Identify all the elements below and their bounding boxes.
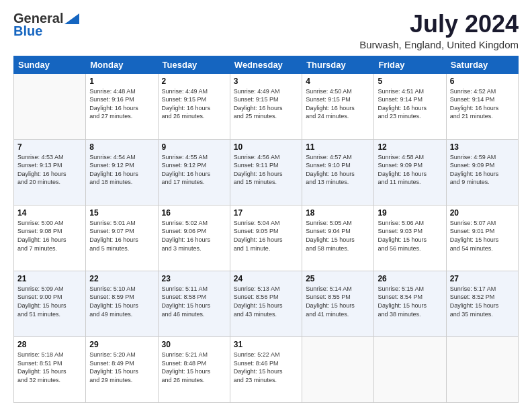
calendar-cell: 28Sunrise: 5:18 AM Sunset: 8:51 PM Dayli…: [14, 336, 86, 402]
week-row-1: 7Sunrise: 4:53 AM Sunset: 9:13 PM Daylig…: [14, 139, 519, 205]
day-header-saturday: Saturday: [446, 56, 518, 73]
day-number: 24: [234, 274, 298, 283]
title-block: July 2024 Burwash, England, United Kingd…: [359, 11, 519, 50]
day-info: Sunrise: 5:09 AM Sunset: 9:00 PM Dayligh…: [17, 285, 82, 318]
calendar-cell: [446, 336, 518, 402]
day-number: 19: [378, 208, 442, 218]
day-number: 16: [162, 208, 226, 218]
day-number: 25: [306, 274, 370, 283]
day-info: Sunrise: 5:17 AM Sunset: 8:52 PM Dayligh…: [450, 285, 515, 318]
day-header-tuesday: Tuesday: [158, 56, 230, 73]
svg-marker-0: [64, 13, 79, 24]
day-number: 30: [162, 340, 226, 349]
day-info: Sunrise: 5:07 AM Sunset: 9:01 PM Dayligh…: [450, 219, 515, 253]
calendar-cell: 20Sunrise: 5:07 AM Sunset: 9:01 PM Dayli…: [446, 205, 518, 271]
day-number: 17: [234, 208, 298, 218]
day-number: 11: [306, 142, 370, 152]
day-info: Sunrise: 4:49 AM Sunset: 9:15 PM Dayligh…: [234, 87, 298, 121]
week-row-0: 1Sunrise: 4:48 AM Sunset: 9:16 PM Daylig…: [14, 73, 519, 139]
calendar-cell: 4Sunrise: 4:50 AM Sunset: 9:15 PM Daylig…: [302, 73, 374, 139]
calendar-cell: 12Sunrise: 4:58 AM Sunset: 9:09 PM Dayli…: [374, 139, 446, 205]
day-info: Sunrise: 5:00 AM Sunset: 9:08 PM Dayligh…: [17, 219, 82, 253]
calendar-cell: 11Sunrise: 4:57 AM Sunset: 9:10 PM Dayli…: [302, 139, 374, 205]
logo-icon: [64, 13, 79, 24]
calendar-cell: 26Sunrise: 5:15 AM Sunset: 8:54 PM Dayli…: [374, 271, 446, 336]
day-info: Sunrise: 5:22 AM Sunset: 8:46 PM Dayligh…: [234, 351, 298, 384]
calendar-cell: 14Sunrise: 5:00 AM Sunset: 9:08 PM Dayli…: [14, 205, 86, 271]
week-row-4: 28Sunrise: 5:18 AM Sunset: 8:51 PM Dayli…: [14, 336, 519, 402]
day-info: Sunrise: 4:49 AM Sunset: 9:15 PM Dayligh…: [162, 87, 226, 121]
calendar-cell: 3Sunrise: 4:49 AM Sunset: 9:15 PM Daylig…: [230, 73, 302, 139]
calendar-cell: 5Sunrise: 4:51 AM Sunset: 9:14 PM Daylig…: [374, 73, 446, 139]
location: Burwash, England, United Kingdom: [359, 39, 519, 50]
day-number: 2: [162, 77, 226, 86]
logo-blue: Blue: [13, 24, 42, 39]
day-number: 15: [89, 208, 154, 218]
day-info: Sunrise: 4:56 AM Sunset: 9:11 PM Dayligh…: [234, 153, 298, 187]
day-info: Sunrise: 4:50 AM Sunset: 9:15 PM Dayligh…: [306, 87, 370, 121]
calendar-cell: [374, 336, 446, 402]
day-number: 18: [306, 208, 370, 218]
day-number: 5: [378, 77, 442, 86]
day-info: Sunrise: 5:15 AM Sunset: 8:54 PM Dayligh…: [378, 285, 442, 318]
day-info: Sunrise: 5:01 AM Sunset: 9:07 PM Dayligh…: [89, 219, 154, 253]
calendar-cell: 15Sunrise: 5:01 AM Sunset: 9:07 PM Dayli…: [86, 205, 158, 271]
day-info: Sunrise: 4:54 AM Sunset: 9:12 PM Dayligh…: [89, 153, 154, 187]
calendar-cell: 2Sunrise: 4:49 AM Sunset: 9:15 PM Daylig…: [158, 73, 230, 139]
day-number: 23: [162, 274, 226, 283]
calendar-cell: 29Sunrise: 5:20 AM Sunset: 8:49 PM Dayli…: [86, 336, 158, 402]
week-row-3: 21Sunrise: 5:09 AM Sunset: 9:00 PM Dayli…: [14, 271, 519, 336]
day-info: Sunrise: 5:02 AM Sunset: 9:06 PM Dayligh…: [162, 219, 226, 253]
day-info: Sunrise: 4:58 AM Sunset: 9:09 PM Dayligh…: [378, 153, 442, 187]
day-number: 12: [378, 142, 442, 152]
day-number: 22: [89, 274, 154, 283]
day-number: 4: [306, 77, 370, 86]
day-info: Sunrise: 5:18 AM Sunset: 8:51 PM Dayligh…: [17, 351, 82, 384]
day-number: 31: [234, 340, 298, 349]
day-number: 1: [89, 77, 154, 86]
day-info: Sunrise: 4:51 AM Sunset: 9:14 PM Dayligh…: [378, 87, 442, 121]
day-header-wednesday: Wednesday: [230, 56, 302, 73]
day-number: 7: [17, 142, 82, 152]
days-header-row: SundayMondayTuesdayWednesdayThursdayFrid…: [14, 56, 519, 73]
calendar-table: SundayMondayTuesdayWednesdayThursdayFrid…: [13, 56, 519, 403]
calendar-cell: 8Sunrise: 4:54 AM Sunset: 9:12 PM Daylig…: [86, 139, 158, 205]
calendar-cell: 27Sunrise: 5:17 AM Sunset: 8:52 PM Dayli…: [446, 271, 518, 336]
calendar-cell: 24Sunrise: 5:13 AM Sunset: 8:56 PM Dayli…: [230, 271, 302, 336]
day-number: 20: [450, 208, 515, 218]
calendar-cell: 25Sunrise: 5:14 AM Sunset: 8:55 PM Dayli…: [302, 271, 374, 336]
day-number: 9: [162, 142, 226, 152]
calendar-cell: 22Sunrise: 5:10 AM Sunset: 8:59 PM Dayli…: [86, 271, 158, 336]
calendar-cell: [302, 336, 374, 402]
day-number: 21: [17, 274, 82, 283]
day-header-monday: Monday: [86, 56, 158, 73]
day-info: Sunrise: 4:59 AM Sunset: 9:09 PM Dayligh…: [450, 153, 515, 187]
day-info: Sunrise: 5:21 AM Sunset: 8:48 PM Dayligh…: [162, 351, 226, 384]
day-info: Sunrise: 5:14 AM Sunset: 8:55 PM Dayligh…: [306, 285, 370, 318]
calendar-cell: 6Sunrise: 4:52 AM Sunset: 9:14 PM Daylig…: [446, 73, 518, 139]
calendar-cell: 9Sunrise: 4:55 AM Sunset: 9:12 PM Daylig…: [158, 139, 230, 205]
day-number: 6: [450, 77, 515, 86]
day-info: Sunrise: 5:05 AM Sunset: 9:04 PM Dayligh…: [306, 219, 370, 253]
calendar-cell: [14, 73, 86, 139]
day-info: Sunrise: 5:04 AM Sunset: 9:05 PM Dayligh…: [234, 219, 298, 253]
day-info: Sunrise: 4:55 AM Sunset: 9:12 PM Dayligh…: [162, 153, 226, 187]
calendar-cell: 10Sunrise: 4:56 AM Sunset: 9:11 PM Dayli…: [230, 139, 302, 205]
week-row-2: 14Sunrise: 5:00 AM Sunset: 9:08 PM Dayli…: [14, 205, 519, 271]
day-info: Sunrise: 4:52 AM Sunset: 9:14 PM Dayligh…: [450, 87, 515, 121]
calendar-page: General Blue July 2024 Burwash, England,…: [0, 0, 532, 411]
calendar-cell: 1Sunrise: 4:48 AM Sunset: 9:16 PM Daylig…: [86, 73, 158, 139]
day-number: 29: [89, 340, 154, 349]
day-header-friday: Friday: [374, 56, 446, 73]
calendar-cell: 18Sunrise: 5:05 AM Sunset: 9:04 PM Dayli…: [302, 205, 374, 271]
day-number: 28: [17, 340, 82, 349]
calendar-cell: 21Sunrise: 5:09 AM Sunset: 9:00 PM Dayli…: [14, 271, 86, 336]
day-number: 14: [17, 208, 82, 218]
calendar-cell: 23Sunrise: 5:11 AM Sunset: 8:58 PM Dayli…: [158, 271, 230, 336]
day-number: 13: [450, 142, 515, 152]
calendar-cell: 30Sunrise: 5:21 AM Sunset: 8:48 PM Dayli…: [158, 336, 230, 402]
day-info: Sunrise: 5:06 AM Sunset: 9:03 PM Dayligh…: [378, 219, 442, 253]
day-number: 26: [378, 274, 442, 283]
calendar-cell: 13Sunrise: 4:59 AM Sunset: 9:09 PM Dayli…: [446, 139, 518, 205]
day-number: 10: [234, 142, 298, 152]
